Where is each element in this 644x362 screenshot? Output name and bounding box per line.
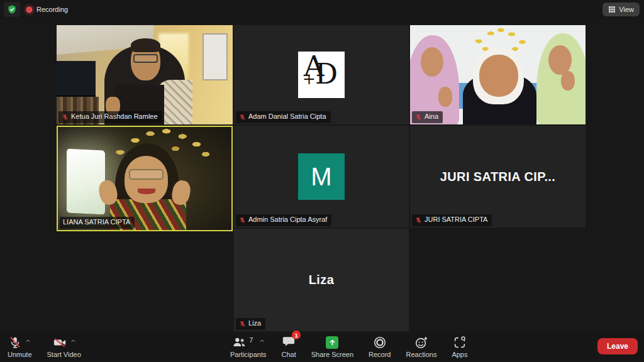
muted-mic-icon [239, 321, 246, 327]
apps-button[interactable]: Apps [452, 335, 467, 358]
video-tile-liza[interactable]: Liza Liza [234, 229, 409, 331]
participant-name: Ketua Juri Rashdan Ramlee [71, 112, 158, 121]
participant-name: Aina [425, 112, 438, 121]
reactions-label: Reactions [406, 351, 436, 358]
video-tile-adam[interactable]: A + D Adam Danial Satria Cipta [234, 25, 409, 124]
muted-mic-icon [62, 114, 69, 121]
peace-sign-hand-left [438, 87, 452, 107]
face [125, 156, 168, 203]
top-bar: Recording View [0, 0, 644, 19]
share-screen-icon [326, 336, 338, 349]
monogram-plus: + [303, 71, 316, 87]
chevron-up-icon[interactable] [259, 338, 265, 344]
recording-indicator[interactable]: Recording [26, 6, 68, 13]
apps-label: Apps [452, 351, 467, 358]
video-tile-liana-active-speaker[interactable]: LIANA SATRIA CIPTA [57, 126, 233, 231]
picture-frame [203, 33, 227, 81]
participants-count: 7 [249, 336, 253, 344]
participant-name: Adam Danial Satria Cipta [248, 112, 326, 121]
chat-label: Chat [281, 351, 296, 358]
name-tag: Liza [236, 318, 265, 330]
meeting-toolbar: Unmute Start Video 7 Participants [0, 333, 644, 362]
muted-mic-icon [415, 114, 422, 121]
chat-button[interactable]: 1 Chat [281, 335, 296, 358]
video-tile-aina[interactable]: Aina [410, 25, 586, 124]
camera-slash-icon [52, 336, 67, 349]
monogram-letter-d: D [315, 60, 338, 88]
mic-slash-icon [8, 336, 22, 349]
name-tag: LIANA SATRIA CIPTA [60, 217, 135, 229]
record-label: Record [369, 351, 391, 358]
name-tag: Admin Satria Cipta Asyraf [236, 214, 331, 226]
view-button[interactable]: View [602, 3, 640, 16]
share-screen-label: Share Screen [311, 351, 353, 358]
leave-button[interactable]: Leave [597, 338, 638, 354]
recording-label: Recording [36, 6, 68, 13]
record-button[interactable]: Record [369, 335, 391, 358]
apps-icon [453, 336, 467, 349]
shield-check-icon [7, 4, 17, 14]
avatar-monogram: A + D [298, 52, 345, 98]
toolbar-left-group: Unmute Start Video [8, 335, 81, 358]
hair [131, 38, 161, 52]
muted-mic-icon [239, 217, 246, 224]
avatar-letter: M [311, 163, 331, 191]
glowing-lantern [67, 148, 105, 214]
muted-mic-icon [415, 217, 422, 224]
name-tag: JURI SATRIA CIPTA [412, 214, 492, 226]
recording-dot-icon [26, 7, 32, 13]
participant-name: JURI SATRIA CIPTA [425, 216, 487, 224]
right-person-face [548, 45, 571, 75]
avatar-initial: M [298, 153, 345, 200]
start-video-button[interactable]: Start Video [47, 335, 81, 358]
center-person-face [479, 55, 518, 96]
chevron-up-icon[interactable] [25, 338, 31, 344]
record-icon [373, 336, 387, 349]
name-tag: Ketua Juri Rashdan Ramlee [58, 111, 162, 123]
participants-label: Participants [230, 351, 266, 358]
tile-display-name: Liza [234, 229, 409, 331]
video-tile-juri[interactable]: JURI SATRIA CIP... JURI SATRIA CIPTA [410, 126, 586, 228]
video-tile-admin[interactable]: M Admin Satria Cipta Asyraf [234, 126, 409, 228]
participant-name: Admin Satria Cipta Asyraf [248, 216, 327, 224]
grid-icon [608, 6, 616, 13]
participant-name: LIANA SATRIA CIPTA [63, 218, 130, 227]
start-video-label: Start Video [47, 351, 81, 358]
unmute-label: Unmute [8, 351, 32, 358]
share-screen-button[interactable]: Share Screen [311, 335, 353, 358]
glasses [129, 169, 164, 179]
glasses [133, 54, 158, 63]
name-tag: Aina [412, 111, 443, 123]
chat-unread-badge: 1 [292, 331, 301, 339]
video-tile-rashdan[interactable]: Ketua Juri Rashdan Ramlee [57, 25, 233, 124]
unmute-button[interactable]: Unmute [8, 335, 32, 358]
participants-icon [231, 336, 248, 349]
reactions-icon [414, 336, 428, 349]
view-button-label: View [619, 6, 634, 13]
smile [138, 189, 155, 194]
chevron-up-icon[interactable] [70, 338, 76, 344]
left-person-face [421, 47, 443, 77]
tile-display-name: JURI SATRIA CIP... [410, 126, 586, 228]
participant-name: Liza [248, 319, 261, 328]
security-button[interactable] [4, 2, 20, 17]
peace-sign-hand-right [561, 71, 575, 91]
name-tag: Adam Danial Satria Cipta [236, 111, 331, 123]
muted-mic-icon [239, 114, 246, 121]
toolbar-center-group: 7 Participants 1 Chat [230, 335, 467, 358]
zoom-meeting-window: Recording View Ketua Juri Rashdan Ramlee… [0, 0, 644, 362]
tv-screen [57, 61, 96, 97]
reactions-button[interactable]: Reactions [406, 335, 436, 358]
participants-button[interactable]: 7 Participants [230, 335, 266, 358]
